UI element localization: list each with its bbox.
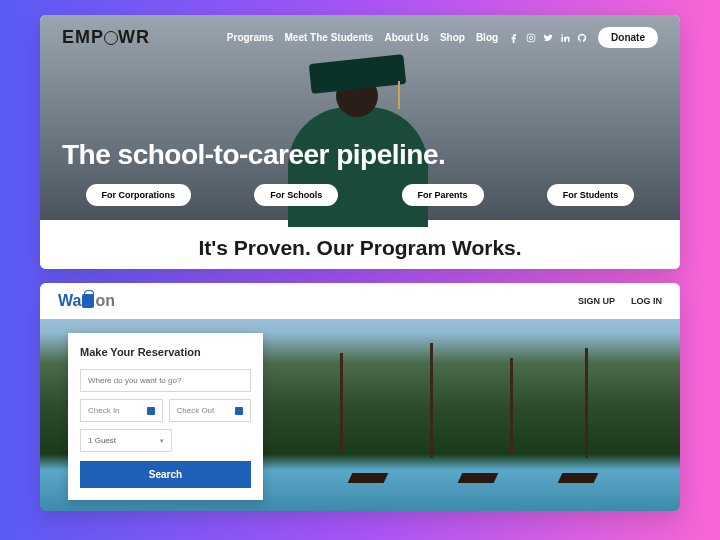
auth-links: SIGN UP LOG IN xyxy=(578,296,662,306)
nav-programs[interactable]: Programs xyxy=(227,32,274,43)
nav-students[interactable]: Meet The Students xyxy=(285,32,374,43)
destination-input[interactable] xyxy=(80,369,251,392)
bag-icon xyxy=(82,294,94,308)
hero-tagline: The school-to-career pipeline. xyxy=(62,139,445,171)
search-button[interactable]: Search xyxy=(80,461,251,488)
facebook-icon[interactable] xyxy=(509,33,519,43)
checkin-field[interactable]: Check In xyxy=(80,399,163,422)
empowr-logo[interactable]: EMPWR xyxy=(62,27,150,48)
for-schools-button[interactable]: For Schools xyxy=(254,184,338,206)
svg-rect-2 xyxy=(561,36,563,41)
calendar-icon xyxy=(147,407,155,415)
twitter-icon[interactable] xyxy=(543,33,553,43)
form-title: Make Your Reservation xyxy=(80,346,251,358)
chevron-down-icon: ▾ xyxy=(160,437,164,445)
subheading: It's Proven. Our Program Works. xyxy=(40,220,680,269)
lounge-chair xyxy=(558,473,599,483)
nav-about[interactable]: About Us xyxy=(384,32,428,43)
calendar-icon xyxy=(235,407,243,415)
nav-blog[interactable]: Blog xyxy=(476,32,498,43)
wavon-logo[interactable]: Waon xyxy=(58,292,115,310)
svg-rect-0 xyxy=(527,34,535,42)
svg-point-1 xyxy=(529,36,532,39)
hero-buttons: For Corporations For Schools For Parents… xyxy=(40,184,680,206)
nav-shop[interactable]: Shop xyxy=(440,32,465,43)
empowr-site-card: EMPWR Programs Meet The Students About U… xyxy=(40,15,680,269)
palm-tree xyxy=(585,348,588,458)
login-link[interactable]: LOG IN xyxy=(631,296,662,306)
signup-link[interactable]: SIGN UP xyxy=(578,296,615,306)
svg-point-3 xyxy=(561,34,563,36)
for-parents-button[interactable]: For Parents xyxy=(402,184,484,206)
linkedin-icon[interactable] xyxy=(560,33,570,43)
hero-section: EMPWR Programs Meet The Students About U… xyxy=(40,15,680,220)
palm-tree xyxy=(510,358,513,453)
header: Waon SIGN UP LOG IN xyxy=(40,283,680,319)
nav-menu: Programs Meet The Students About Us Shop… xyxy=(227,27,658,48)
top-nav: EMPWR Programs Meet The Students About U… xyxy=(40,15,680,48)
lounge-chair xyxy=(348,473,389,483)
for-students-button[interactable]: For Students xyxy=(547,184,635,206)
checkout-field[interactable]: Check Out xyxy=(169,399,252,422)
for-corporations-button[interactable]: For Corporations xyxy=(86,184,192,206)
wavon-site-card: Waon SIGN UP LOG IN Make Your Reservatio… xyxy=(40,283,680,511)
palm-tree xyxy=(430,343,433,458)
github-icon[interactable] xyxy=(577,33,587,43)
instagram-icon[interactable] xyxy=(526,33,536,43)
palm-tree xyxy=(340,353,343,453)
guests-select[interactable]: 1 Guest▾ xyxy=(80,429,172,452)
peace-icon xyxy=(104,31,118,45)
donate-button[interactable]: Donate xyxy=(598,27,658,48)
lounge-chair xyxy=(458,473,499,483)
reservation-form: Make Your Reservation Check In Check Out… xyxy=(68,333,263,500)
